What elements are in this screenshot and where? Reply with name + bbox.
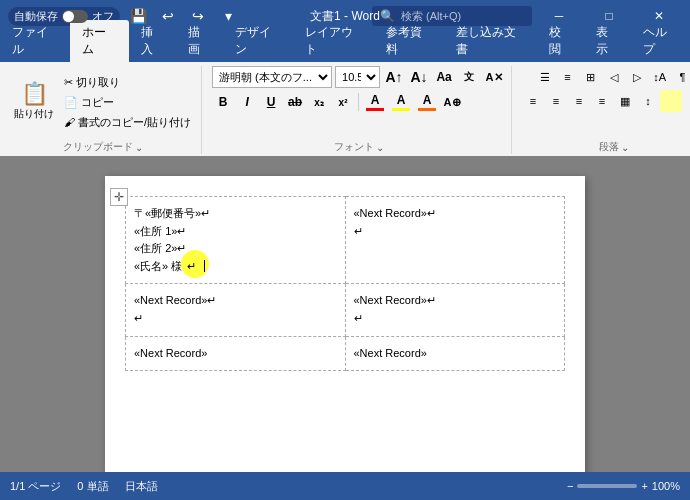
shading-button[interactable] [660,90,682,112]
para-row2: ≡ ≡ ≡ ≡ ▦ ↕ ⊞ [522,90,690,112]
font-color-letter: A [371,93,380,107]
copy-label: コピー [81,95,114,110]
font-grow-button[interactable]: A↑ [383,66,405,88]
zoom-level: 100% [652,480,680,492]
para-row1: ☰ ≡ ⊞ ◁ ▷ ↕A ¶ [534,66,690,88]
cell2-content: «Next Record»↵ ↵ [354,205,557,240]
cell4-content: «Next Record»↵ ↵ [354,292,557,327]
divider [358,93,359,111]
add-table-button[interactable]: ✛ [110,188,128,206]
align-justify-button[interactable]: ≡ [591,90,613,112]
font-group: 游明朝 (本文のフ... 10.5 A↑ A↓ Aa 文 A✕ B I U ab… [206,66,512,154]
align-left-button[interactable]: ≡ [522,90,544,112]
mail-merge-table: 〒«郵便番号»↵ «住所 1»↵ «住所 2»↵ «氏名» 様 ↵ [125,196,565,371]
paste-icon: 📋 [21,83,48,105]
cell3-content: «Next Record»↵ ↵ [134,292,337,327]
underline-button[interactable]: U [260,91,282,113]
table-cell-3[interactable]: «Next Record»↵ ↵ [126,284,346,336]
title-bar-center: 文書1 - Word [310,8,380,25]
numbering-button[interactable]: ≡ [557,66,579,88]
cell1-line4: «氏名» 様 ↵ [134,258,337,276]
font-name-select[interactable]: 游明朝 (本文のフ... [212,66,332,88]
zoom-out-button[interactable]: − [567,480,573,492]
tab-draw[interactable]: 描画 [176,20,223,62]
cell1-line1: 〒«郵便番号»↵ [134,205,337,223]
font-color2-underline [418,108,436,111]
bold-button[interactable]: B [212,91,234,113]
autosave-toggle[interactable] [62,10,88,23]
page-info: 1/1 ページ [10,479,61,494]
align-right-button[interactable]: ≡ [568,90,590,112]
tab-review[interactable]: 校閲 [537,20,584,62]
tab-layout[interactable]: レイアウト [293,20,375,62]
tab-references[interactable]: 参考資料 [374,20,444,62]
clipboard-group: 📋 貼り付け ✂ 切り取り 📄 コピー 🖌 書式のコピー/貼り付け クリップ [4,66,202,154]
increase-indent-button[interactable]: ▷ [626,66,648,88]
align-center-button[interactable]: ≡ [545,90,567,112]
table-cell-4[interactable]: «Next Record»↵ ↵ [345,284,565,336]
language: 日本語 [125,479,158,494]
decrease-indent-button[interactable]: ◁ [603,66,625,88]
multilevel-button[interactable]: ⊞ [580,66,602,88]
clipboard-expand-icon[interactable]: ⌄ [135,142,143,153]
tab-help[interactable]: ヘルプ [631,20,690,62]
highlight-button[interactable]: A [389,91,413,113]
table-cell-5[interactable]: «Next Record» [126,336,346,371]
tab-design[interactable]: デザイン [223,20,293,62]
format-copy-icon: 🖌 [64,116,75,128]
paste-label: 貼り付け [14,107,54,121]
page: ✛ 〒«郵便番号»↵ «住所 1»↵ «住所 2»↵ «氏名» 様 ↵ [105,176,585,472]
ribbon-content: 📋 貼り付け ✂ 切り取り 📄 コピー 🖌 書式のコピー/貼り付け クリップ [0,62,690,156]
tab-home[interactable]: ホーム [70,20,129,62]
format-copy-button[interactable]: 🖌 書式のコピー/貼り付け [60,113,195,132]
tab-mailings[interactable]: 差し込み文書 [444,20,537,62]
tab-insert[interactable]: 挿入 [129,20,176,62]
tab-view[interactable]: 表示 [584,20,631,62]
font-effects-button[interactable]: A⊕ [441,91,463,113]
column-button[interactable]: ▦ [614,90,636,112]
highlight-letter: A [397,93,406,107]
table-row: «Next Record» «Next Record» [126,336,565,371]
cell1-line3: «住所 2»↵ [134,240,337,258]
font-color2-letter: A [423,93,432,107]
status-bar: 1/1 ページ 0 単語 日本語 − + 100% [0,472,690,500]
font-color2-button[interactable]: A [415,91,439,113]
font-expand-icon[interactable]: ⌄ [376,142,384,153]
table-row: «Next Record»↵ ↵ «Next Record»↵ ↵ [126,284,565,336]
sort-button[interactable]: ↕A [649,66,671,88]
table-cell-2[interactable]: «Next Record»↵ ↵ [345,197,565,284]
font-size-select[interactable]: 10.5 [335,66,380,88]
subscript-button[interactable]: x₂ [308,91,330,113]
line-spacing-button[interactable]: ↕ [637,90,659,112]
cut-icon: ✂ [64,76,73,89]
table-cell-6[interactable]: «Next Record» [345,336,565,371]
zoom-in-button[interactable]: + [641,480,647,492]
font-color-button[interactable]: A [363,91,387,113]
strikethrough-button[interactable]: ab [284,91,306,113]
paragraph-group-content: ☰ ≡ ⊞ ◁ ▷ ↕A ¶ ≡ ≡ ≡ ≡ ▦ ↕ ⊞ [522,66,690,138]
border-button[interactable]: ⊞ [683,90,690,112]
bullets-button[interactable]: ☰ [534,66,556,88]
word-count: 0 単語 [77,479,108,494]
font-clear-button[interactable]: A✕ [483,66,505,88]
copy-button[interactable]: 📄 コピー [60,93,195,112]
superscript-button[interactable]: x² [332,91,354,113]
font-phonetic-button[interactable]: 文 [458,66,480,88]
zoom-control[interactable]: − + 100% [567,480,680,492]
font-case-button[interactable]: Aa [433,66,455,88]
paste-button[interactable]: 📋 貼り付け [10,72,58,132]
table-cell-1[interactable]: 〒«郵便番号»↵ «住所 1»↵ «住所 2»↵ «氏名» 様 ↵ [126,197,346,284]
paragraph-group: ☰ ≡ ⊞ ◁ ▷ ↕A ¶ ≡ ≡ ≡ ≡ ▦ ↕ ⊞ 段落 ⌄ [516,66,690,154]
cell1-line2: «住所 1»↵ [134,223,337,241]
italic-button[interactable]: I [236,91,258,113]
cell1-content: 〒«郵便番号»↵ «住所 1»↵ «住所 2»↵ «氏名» 様 ↵ [134,205,337,275]
zoom-slider[interactable] [577,484,637,488]
paragraph-expand-icon[interactable]: ⌄ [621,142,629,153]
font-shrink-button[interactable]: A↓ [408,66,430,88]
show-marks-button[interactable]: ¶ [672,66,690,88]
doc-area[interactable]: ✛ 〒«郵便番号»↵ «住所 1»↵ «住所 2»↵ «氏名» 様 ↵ [0,156,690,472]
cut-label: 切り取り [76,75,120,90]
cut-button[interactable]: ✂ 切り取り [60,73,195,92]
highlight-underline [392,108,410,111]
tab-file[interactable]: ファイル [0,20,70,62]
